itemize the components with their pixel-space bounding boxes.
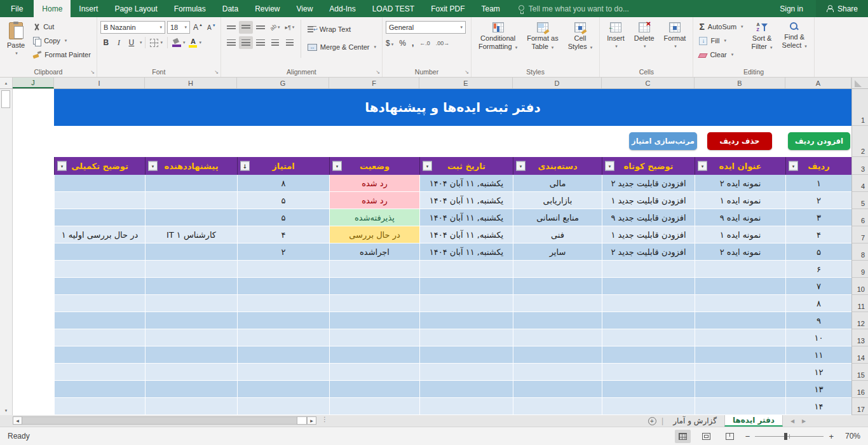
cell[interactable] [513, 398, 602, 415]
cell[interactable] [602, 295, 695, 312]
sort-filter-button[interactable]: AZ Sort &Filter ▾ [748, 20, 776, 65]
cell[interactable]: ۲ [237, 243, 329, 261]
format-cells-button[interactable]: Format ▾ [660, 20, 690, 65]
cell[interactable] [513, 295, 602, 312]
menu-tab-page-layout[interactable]: Page Layout [106, 0, 165, 17]
cell[interactable]: ۱۴ [785, 398, 851, 415]
cell[interactable] [54, 192, 145, 209]
cell[interactable] [54, 398, 145, 415]
menu-tab-load-test[interactable]: LOAD TEST [364, 0, 423, 17]
row-header-6[interactable]: 6 [852, 209, 868, 226]
cell[interactable] [695, 364, 785, 381]
filter-dropdown-button[interactable]: ▾ [148, 161, 158, 171]
cell[interactable] [602, 364, 695, 381]
zoom-slider-thumb[interactable] [784, 433, 787, 440]
cell[interactable] [695, 312, 785, 329]
cell[interactable] [329, 364, 419, 381]
cell[interactable] [54, 209, 145, 226]
cell[interactable] [54, 175, 145, 192]
filter-dropdown-button[interactable]: ▾ [423, 161, 432, 171]
cut-button[interactable]: Cut [31, 20, 93, 34]
cell[interactable] [602, 278, 695, 295]
sheet-tab-1[interactable]: دفتر ایده‌ها [724, 415, 783, 427]
cell[interactable] [419, 346, 513, 364]
cell[interactable]: نمونه ایده ۱ [695, 192, 785, 209]
cell[interactable]: نمونه ایده ۲ [695, 175, 785, 192]
sheet-action-button-2[interactable]: افزودن ردیف [788, 132, 850, 150]
cell[interactable]: یکشنبه, ۱۱ آبان ۱۴۰۴ [419, 226, 513, 243]
column-header-I[interactable]: I [54, 78, 145, 88]
font-size-combo[interactable]: 18▾ [167, 21, 190, 34]
cell[interactable] [54, 381, 145, 398]
cell[interactable]: افزودن قابلیت جدید ۲ [602, 243, 695, 261]
cell[interactable] [329, 312, 419, 329]
cell[interactable] [329, 381, 419, 398]
align-middle-button[interactable] [239, 21, 253, 34]
borders-button[interactable]: ▾ [149, 36, 164, 49]
cell[interactable]: ۱۰ [785, 329, 851, 346]
share-button[interactable]: Share [816, 0, 868, 17]
empty-cell[interactable] [13, 175, 54, 192]
row-header-2[interactable]: 2 [852, 126, 868, 157]
cell[interactable] [695, 295, 785, 312]
cell[interactable] [54, 261, 145, 278]
cell[interactable]: یکشنبه, ۱۱ آبان ۱۴۰۴ [419, 192, 513, 209]
cell[interactable]: ۱ [785, 175, 851, 192]
cell[interactable] [695, 329, 785, 346]
horizontal-scroll-track[interactable] [22, 416, 297, 425]
cell[interactable]: سایر [513, 243, 602, 261]
column-header-D[interactable]: D [513, 78, 602, 88]
cell[interactable]: ۱۱ [785, 346, 851, 364]
cell[interactable]: ۵ [237, 209, 329, 226]
status-cell[interactable]: رد شده [329, 192, 419, 209]
font-color-button[interactable]: A▾ [187, 36, 203, 49]
empty-cell[interactable] [13, 329, 54, 346]
cell[interactable] [602, 346, 695, 364]
horizontal-scrollbar[interactable]: ◀ ▶ [13, 416, 316, 425]
cell[interactable] [54, 278, 145, 295]
format-as-table-button[interactable]: Format asTable ▾ [523, 20, 562, 65]
cell[interactable]: ۵ [785, 243, 851, 261]
cell[interactable] [237, 329, 329, 346]
row-header-3[interactable]: 3 [852, 157, 868, 175]
percent-format-button[interactable]: % [399, 39, 406, 48]
select-all-corner[interactable] [851, 78, 868, 88]
cell[interactable]: یکشنبه, ۱۱ آبان ۱۴۰۴ [419, 209, 513, 226]
column-header-B[interactable]: B [695, 78, 785, 88]
cell[interactable] [513, 278, 602, 295]
italic-button[interactable]: I [113, 36, 125, 49]
status-cell[interactable]: در حال بررسی [329, 226, 419, 243]
scroll-down-button[interactable]: ▼ [0, 406, 12, 415]
cell[interactable]: یکشنبه, ۱۱ آبان ۱۴۰۴ [419, 175, 513, 192]
vertical-scrollbar[interactable]: ▼ [0, 89, 13, 415]
cell[interactable] [513, 329, 602, 346]
zoom-percentage[interactable]: 70% [841, 432, 860, 441]
cell[interactable] [145, 381, 237, 398]
align-right-button[interactable] [254, 36, 268, 49]
cell[interactable]: ۲ [785, 192, 851, 209]
cell[interactable] [513, 364, 602, 381]
cell[interactable]: افزودن قابلیت جدید ۱ [602, 226, 695, 243]
cell[interactable]: در حال بررسی اولیه ۱ [54, 226, 145, 243]
menu-tab-formulas[interactable]: Formulas [166, 0, 214, 17]
column-header-F[interactable]: F [329, 78, 419, 88]
cell[interactable]: افزودن قابلیت جدید ۲ [602, 175, 695, 192]
grow-font-button[interactable]: A▲ [192, 21, 204, 34]
paste-button[interactable]: Paste ▾ [3, 20, 29, 65]
sign-in-link[interactable]: Sign in [767, 0, 816, 17]
cell[interactable] [145, 243, 237, 261]
cell[interactable] [145, 278, 237, 295]
column-header-J[interactable]: J [13, 78, 54, 88]
vertical-scroll-thumb[interactable] [1, 90, 10, 108]
copy-button[interactable]: Copy▾ [31, 34, 93, 48]
cell[interactable]: افزودن قابلیت جدید ۹ [602, 209, 695, 226]
column-header-E[interactable]: E [419, 78, 513, 88]
cell[interactable] [419, 278, 513, 295]
cell[interactable] [237, 346, 329, 364]
cell[interactable] [237, 295, 329, 312]
cell[interactable] [513, 312, 602, 329]
align-center-button[interactable] [239, 36, 253, 49]
cell[interactable] [602, 329, 695, 346]
filter-dropdown-button[interactable]: ▾ [332, 161, 342, 171]
cell[interactable]: ۹ [785, 312, 851, 329]
